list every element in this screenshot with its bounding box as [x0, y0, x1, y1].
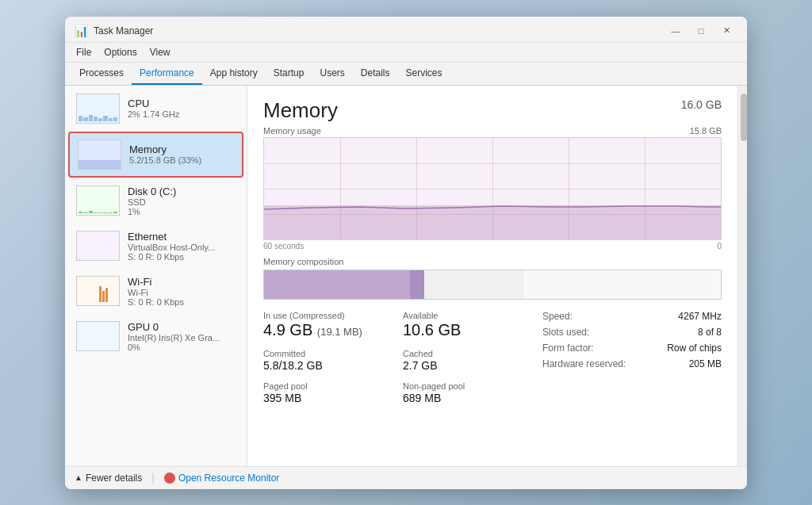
sidebar-item-gpu[interactable]: GPU 0 Intel(R) Iris(R) Xe Gra... 0% [68, 315, 243, 358]
fewer-details-button[interactable]: ▲ Fewer details [75, 472, 142, 484]
resource-icon [164, 472, 175, 484]
stat-form-val: Row of chips [667, 342, 722, 354]
wifi-thumbnail [76, 276, 120, 306]
task-manager-window: 📊 Task Manager — □ ✕ File Options View P… [65, 17, 747, 489]
composition-bar [263, 270, 722, 300]
close-button[interactable]: ✕ [715, 23, 737, 39]
stat-slots: Slots used: 8 of 8 [542, 327, 722, 338]
disk-thumbnail [76, 186, 120, 216]
separator: | [151, 472, 155, 484]
stat-committed-value: 5.8/18.2 GB [263, 359, 390, 372]
sidebar-item-memory[interactable]: Memory 5.2/15.8 GB (33%) [68, 132, 243, 178]
main-total: 16.0 GB [681, 98, 722, 111]
sidebar-item-cpu[interactable]: CPU 2% 1.74 GHz [68, 87, 243, 130]
open-resource-label: Open Resource Monitor [178, 472, 279, 484]
memory-composition-section: Memory composition [263, 257, 722, 300]
stat-paged-pool: Paged pool 395 MB [263, 381, 390, 404]
gpu-sub1: Intel(R) Iris(R) Xe Gra... [128, 333, 236, 342]
disk-sub2: 1% [128, 207, 236, 216]
tab-users[interactable]: Users [312, 63, 352, 85]
memory-usage-chart [263, 137, 722, 240]
memory-label: Memory [129, 143, 234, 155]
minimize-button[interactable]: — [665, 23, 687, 39]
stat-slots-val: 8 of 8 [698, 327, 722, 338]
stat-in-use-value: 4.9 GB (19.1 MB) [263, 321, 390, 339]
memory-sub: 5.2/15.8 GB (33%) [129, 155, 234, 165]
right-stats: Speed: 4267 MHz Slots used: 8 of 8 Form … [542, 311, 722, 404]
stat-form-factor: Form factor: Row of chips [542, 342, 722, 354]
fewer-details-label: Fewer details [86, 472, 142, 484]
left-stats: In use (Compressed) 4.9 GB (19.1 MB) Com… [263, 311, 390, 404]
tab-performance[interactable]: Performance [132, 63, 202, 85]
comp-free [524, 270, 721, 299]
cpu-thumbnail [76, 94, 120, 124]
ethernet-thumbnail [76, 231, 120, 261]
memory-info: Memory 5.2/15.8 GB (33%) [129, 143, 234, 165]
menu-file[interactable]: File [71, 44, 96, 60]
menu-bar: File Options View [65, 43, 747, 63]
maximize-button[interactable]: □ [690, 23, 712, 39]
disk-info: Disk 0 (C:) SSD 1% [128, 186, 236, 216]
stat-available: Available 10.6 GB [403, 311, 530, 339]
wifi-label: Wi-Fi [128, 276, 236, 288]
scrollbar-thumb[interactable] [741, 94, 747, 141]
stat-speed-val: 4267 MHz [678, 311, 722, 322]
stat-paged-label: Paged pool [263, 381, 390, 391]
main-panel: Memory 16.0 GB Memory usage 15.8 GB [247, 86, 737, 466]
stat-nonpaged-value: 689 MB [403, 392, 530, 404]
comp-modified [410, 270, 423, 299]
app-icon: 📊 [75, 25, 87, 37]
open-resource-monitor-link[interactable]: Open Resource Monitor [164, 472, 279, 484]
title-bar-left: 📊 Task Manager [75, 25, 153, 37]
stat-form-key: Form factor: [542, 342, 594, 354]
scrollbar-track[interactable] [737, 86, 747, 466]
menu-options[interactable]: Options [99, 44, 141, 60]
comp-standby [424, 270, 525, 299]
tab-processes[interactable]: Processes [71, 63, 132, 85]
main-title: Memory [263, 98, 338, 123]
stat-speed: Speed: 4267 MHz [542, 311, 722, 322]
composition-label: Memory composition [263, 257, 722, 266]
chevron-up-icon: ▲ [75, 473, 82, 482]
window-title: Task Manager [94, 25, 153, 36]
stat-in-use: In use (Compressed) 4.9 GB (19.1 MB) [263, 311, 390, 339]
center-stats: Available 10.6 GB Cached 2.7 GB Non-page… [403, 311, 530, 404]
stat-speed-key: Speed: [542, 311, 573, 322]
stat-nonpaged-pool: Non-paged pool 689 MB [403, 381, 530, 404]
sidebar-item-ethernet[interactable]: Ethernet VirtualBox Host-Only... S: 0 R:… [68, 224, 243, 268]
wifi-sub1: Wi-Fi [128, 288, 236, 297]
stat-nonpaged-label: Non-paged pool [403, 381, 530, 391]
sidebar-item-disk[interactable]: Disk 0 (C:) SSD 1% [68, 179, 243, 223]
stat-cached-value: 2.7 GB [403, 359, 530, 372]
tab-details[interactable]: Details [353, 63, 398, 85]
ethernet-label: Ethernet [128, 231, 236, 243]
stat-cached-label: Cached [403, 349, 530, 358]
menu-view[interactable]: View [145, 44, 175, 60]
stat-committed: Committed 5.8/18.2 GB [263, 349, 390, 372]
stat-slots-key: Slots used: [542, 327, 589, 338]
tab-startup[interactable]: Startup [266, 63, 312, 85]
comp-in-use [264, 270, 410, 299]
sidebar-item-wifi[interactable]: Wi-Fi Wi-Fi S: 0 R: 0 Kbps [68, 270, 243, 313]
ethernet-sub2: S: 0 R: 0 Kbps [128, 252, 236, 262]
title-bar: 📊 Task Manager — □ ✕ [65, 17, 747, 43]
tab-services[interactable]: Services [398, 63, 450, 85]
bottom-bar: ▲ Fewer details | Open Resource Monitor [65, 466, 747, 489]
stat-in-use-label: In use (Compressed) [263, 311, 390, 320]
main-header: Memory 16.0 GB [263, 98, 722, 123]
stat-hw-reserved: Hardware reserved: 205 MB [542, 358, 722, 369]
disk-sub1: SSD [128, 197, 236, 207]
time-right: 0 [717, 242, 722, 251]
cpu-info: CPU 2% 1.74 GHz [128, 98, 236, 119]
gpu-info: GPU 0 Intel(R) Iris(R) Xe Gra... 0% [128, 321, 236, 352]
ethernet-sub1: VirtualBox Host-Only... [128, 243, 236, 252]
stat-hw-key: Hardware reserved: [542, 358, 626, 369]
chart-time-row: 60 seconds 0 [263, 242, 722, 251]
chart-label: Memory usage [263, 126, 321, 136]
stat-available-label: Available [403, 311, 530, 320]
time-left: 60 seconds [263, 242, 304, 251]
content-area: CPU 2% 1.74 GHz Memory 5.2/15.8 GB (33%) [65, 86, 747, 466]
stat-committed-label: Committed [263, 349, 390, 358]
title-bar-controls: — □ ✕ [665, 23, 737, 39]
tab-app-history[interactable]: App history [202, 63, 266, 85]
